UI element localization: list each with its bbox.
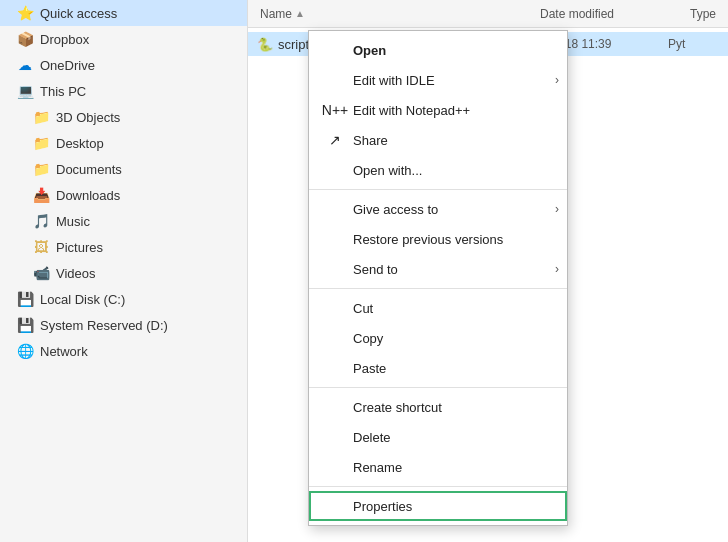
ctx-separator [309, 189, 567, 190]
col-type-label: Type [690, 7, 716, 21]
create-shortcut-label: Create shortcut [353, 400, 442, 415]
context-menu: OpenEdit with IDLE›N++Edit with Notepad+… [308, 30, 568, 526]
system-reserved-icon: 💾 [16, 316, 34, 334]
ctx-separator [309, 486, 567, 487]
ctx-item-open-with[interactable]: Open with... [309, 155, 567, 185]
cut-icon-spacer [325, 298, 345, 318]
edit-idle-icon-spacer [325, 70, 345, 90]
ctx-item-restore-versions[interactable]: Restore previous versions [309, 224, 567, 254]
sidebar-item-label: Documents [56, 162, 122, 177]
sidebar-item-label: 3D Objects [56, 110, 120, 125]
create-shortcut-icon-spacer [325, 397, 345, 417]
delete-label: Delete [353, 430, 391, 445]
sidebar-item-label: OneDrive [40, 58, 95, 73]
ctx-item-delete[interactable]: Delete [309, 422, 567, 452]
sidebar-item-label: Pictures [56, 240, 103, 255]
sidebar-item-videos[interactable]: 📹Videos [0, 260, 247, 286]
properties-label: Properties [353, 499, 412, 514]
sidebar-item-label: Downloads [56, 188, 120, 203]
sidebar-item-label: Desktop [56, 136, 104, 151]
ctx-item-share[interactable]: ↗Share [309, 125, 567, 155]
ctx-item-properties[interactable]: Properties [309, 491, 567, 521]
ctx-item-rename[interactable]: Rename [309, 452, 567, 482]
sidebar-item-music[interactable]: 🎵Music [0, 208, 247, 234]
pictures-icon: 🖼 [32, 238, 50, 256]
sidebar-item-local-disk[interactable]: 💾Local Disk (C:) [0, 286, 247, 312]
sidebar-item-network[interactable]: 🌐Network [0, 338, 247, 364]
ctx-item-edit-idle[interactable]: Edit with IDLE› [309, 65, 567, 95]
sort-arrow: ▲ [295, 8, 305, 19]
edit-idle-label: Edit with IDLE [353, 73, 435, 88]
give-access-label: Give access to [353, 202, 438, 217]
sidebar-item-system-reserved[interactable]: 💾System Reserved (D:) [0, 312, 247, 338]
videos-icon: 📹 [32, 264, 50, 282]
sidebar-item-3d-objects[interactable]: 📁3D Objects [0, 104, 247, 130]
ctx-item-open[interactable]: Open [309, 35, 567, 65]
ctx-item-edit-notepadpp[interactable]: N++Edit with Notepad++ [309, 95, 567, 125]
share-icon: ↗ [325, 130, 345, 150]
ctx-item-create-shortcut[interactable]: Create shortcut [309, 392, 567, 422]
network-icon: 🌐 [16, 342, 34, 360]
sidebar-item-documents[interactable]: 📁Documents [0, 156, 247, 182]
share-label: Share [353, 133, 388, 148]
copy-icon-spacer [325, 328, 345, 348]
give-access-icon-spacer [325, 199, 345, 219]
desktop-icon: 📁 [32, 134, 50, 152]
col-name-header[interactable]: Name ▲ [256, 7, 536, 21]
send-to-label: Send to [353, 262, 398, 277]
sidebar-item-label: Network [40, 344, 88, 359]
file-type: Pyt [668, 37, 685, 51]
documents-icon: 📁 [32, 160, 50, 178]
copy-label: Copy [353, 331, 383, 346]
send-to-icon-spacer [325, 259, 345, 279]
main-content: Name ▲ Date modified Type 🐍 script.py 10… [248, 0, 728, 542]
open-icon-spacer [325, 40, 345, 60]
give-access-arrow: › [555, 202, 559, 216]
edit-idle-arrow: › [555, 73, 559, 87]
sidebar-item-quick-access[interactable]: ⭐Quick access [0, 0, 247, 26]
paste-icon-spacer [325, 358, 345, 378]
paste-label: Paste [353, 361, 386, 376]
ctx-item-cut[interactable]: Cut [309, 293, 567, 323]
open-with-label: Open with... [353, 163, 422, 178]
ctx-item-copy[interactable]: Copy [309, 323, 567, 353]
delete-icon-spacer [325, 427, 345, 447]
sidebar-item-dropbox[interactable]: 📦Dropbox [0, 26, 247, 52]
rename-icon-spacer [325, 457, 345, 477]
properties-icon-spacer [325, 496, 345, 516]
sidebar-item-label: System Reserved (D:) [40, 318, 168, 333]
cut-label: Cut [353, 301, 373, 316]
sidebar-item-pictures[interactable]: 🖼Pictures [0, 234, 247, 260]
downloads-icon: 📥 [32, 186, 50, 204]
col-name-label: Name [260, 7, 292, 21]
dropbox-icon: 📦 [16, 30, 34, 48]
ctx-separator [309, 387, 567, 388]
col-date-label: Date modified [540, 7, 614, 21]
open-label: Open [353, 43, 386, 58]
rename-label: Rename [353, 460, 402, 475]
sidebar-item-this-pc[interactable]: 💻This PC [0, 78, 247, 104]
column-headers: Name ▲ Date modified Type [248, 0, 728, 28]
sidebar-item-label: Quick access [40, 6, 117, 21]
file-icon: 🐍 [256, 35, 274, 53]
sidebar-item-label: Music [56, 214, 90, 229]
open-with-icon-spacer [325, 160, 345, 180]
ctx-item-give-access[interactable]: Give access to› [309, 194, 567, 224]
ctx-item-paste[interactable]: Paste [309, 353, 567, 383]
sidebar-item-onedrive[interactable]: ☁OneDrive [0, 52, 247, 78]
sidebar-item-downloads[interactable]: 📥Downloads [0, 182, 247, 208]
restore-versions-icon-spacer [325, 229, 345, 249]
this-pc-icon: 💻 [16, 82, 34, 100]
sidebar-item-label: Local Disk (C:) [40, 292, 125, 307]
quick-access-icon: ⭐ [16, 4, 34, 22]
send-to-arrow: › [555, 262, 559, 276]
sidebar: ⭐Quick access📦Dropbox☁OneDrive💻This PC📁3… [0, 0, 248, 542]
sidebar-item-desktop[interactable]: 📁Desktop [0, 130, 247, 156]
col-date-header[interactable]: Date modified [536, 7, 686, 21]
ctx-item-send-to[interactable]: Send to› [309, 254, 567, 284]
restore-versions-label: Restore previous versions [353, 232, 503, 247]
music-icon: 🎵 [32, 212, 50, 230]
col-type-header[interactable]: Type [686, 7, 728, 21]
local-disk-icon: 💾 [16, 290, 34, 308]
edit-notepadpp-icon: N++ [325, 100, 345, 120]
